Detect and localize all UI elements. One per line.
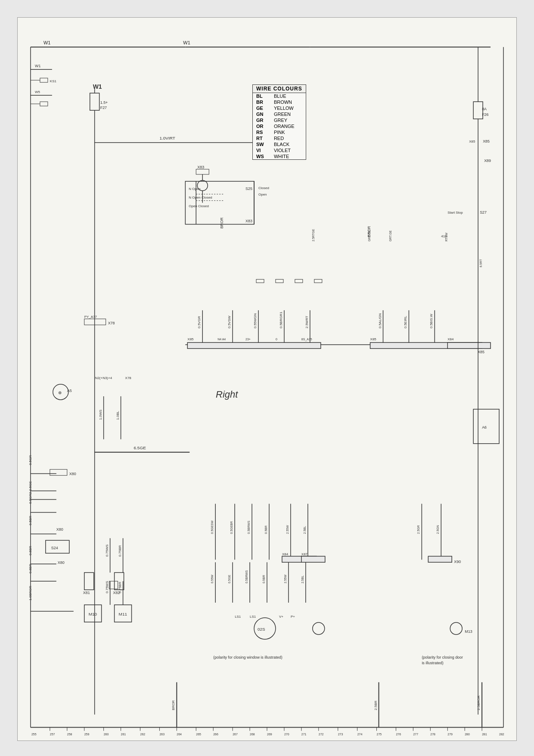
x86-small xyxy=(256,279,264,283)
svg-text:X80: X80 xyxy=(58,560,65,565)
w1-label-center: W1 xyxy=(183,40,190,45)
svg-text:274: 274 xyxy=(357,733,363,736)
wire-colours-legend: WIRE COLOURS BLBLUE BRBROWN GEYELLOW GNG… xyxy=(252,84,306,160)
svg-rect-147 xyxy=(276,279,283,283)
x85-right-label: X85 xyxy=(483,139,490,143)
wire-05ge-lower: 0.5GE xyxy=(228,575,231,583)
wire-05bisw: 0.5BIS.W xyxy=(429,314,433,328)
wire-075br2: 0.75BR xyxy=(118,582,122,593)
w1-component-label: W1 xyxy=(93,83,102,90)
svg-text:276: 276 xyxy=(396,733,401,736)
w1-label-left: W1 xyxy=(43,40,50,45)
svg-text:258: 258 xyxy=(67,733,72,736)
wiring-diagram-page: WIRE COLOURS BLBLUE BRBROWN GEYELLOW GNG… xyxy=(17,17,517,741)
svg-text:264: 264 xyxy=(177,733,182,736)
x84-bar xyxy=(447,342,491,348)
x83-label-top: X83 xyxy=(197,165,204,169)
wire-075ws: 0.75WS xyxy=(105,544,109,557)
bror-label-left: BROR xyxy=(220,217,224,228)
svg-text:Open: Open xyxy=(258,193,267,196)
wire-055wgn: 0.55WGN xyxy=(253,313,257,328)
x90-connector xyxy=(428,556,452,562)
wire-05brgr1: 0.5BRGR1 xyxy=(279,311,283,328)
wire-05algn: 0.5AL/GN xyxy=(378,313,382,328)
svg-text:P+: P+ xyxy=(291,615,295,619)
svg-text:X85: X85 xyxy=(469,140,475,143)
svg-text:281: 281 xyxy=(482,733,487,736)
wire-05br: 0.5BR xyxy=(28,516,32,525)
s27-label: S27 xyxy=(480,210,487,215)
svg-text:265: 265 xyxy=(196,733,201,736)
wire-255w-lower: 2.55W xyxy=(284,575,287,584)
x80-connector xyxy=(50,470,67,476)
wire-05eirl: 0.5EIRL xyxy=(404,316,407,328)
x78-connector xyxy=(84,319,106,325)
a6-label: A6 xyxy=(482,425,487,429)
s24-label: S24 xyxy=(51,546,58,550)
svg-text:270: 270 xyxy=(284,733,289,736)
right-section-label: Right xyxy=(216,389,238,400)
x89-label: X89 xyxy=(484,159,491,163)
wire-05gr-left: 0.5GR xyxy=(28,455,32,465)
svg-text:X85: X85 xyxy=(478,350,484,354)
svg-text:261: 261 xyxy=(121,733,126,736)
svg-rect-148 xyxy=(295,279,303,283)
x80-label: X80 xyxy=(69,472,76,476)
motor-symbol-right xyxy=(313,622,325,635)
m13-label: M13 xyxy=(465,629,472,634)
wire-06br2: 0.6BR xyxy=(28,564,32,573)
svg-text:X84: X84 xyxy=(282,552,289,556)
fuse-f27-label: 1.5+ xyxy=(100,100,108,105)
svg-text:277: 277 xyxy=(413,733,418,736)
fuse-f26-symbol xyxy=(473,102,483,119)
wire-055w-lower: 0.55W xyxy=(211,575,214,584)
svg-text:Closed: Closed xyxy=(258,186,269,190)
svg-text:266: 266 xyxy=(213,733,218,736)
svg-text:273: 273 xyxy=(338,733,343,736)
a5-label: A5 xyxy=(67,389,72,393)
svg-text:267: 267 xyxy=(233,733,238,736)
wire-05gesw: 0.5GESW xyxy=(211,520,214,534)
svg-text:PY_A77: PY_A77 xyxy=(84,315,97,319)
svg-text:262: 262 xyxy=(140,733,146,736)
svg-rect-17 xyxy=(40,102,48,106)
wire-05brws-lower: 0.5BRWS xyxy=(245,570,248,583)
svg-text:X80: X80 xyxy=(56,527,63,532)
svg-text:F27: F27 xyxy=(100,106,107,110)
wire-05br-right: 0.5BR xyxy=(264,526,267,534)
m13-symbol xyxy=(450,622,462,635)
svg-text:X85: X85 xyxy=(370,337,377,341)
svg-text:F26: F26 xyxy=(482,112,488,117)
wire-255w: 2.55W xyxy=(286,525,289,534)
wire-colours-title: WIRE COLOURS xyxy=(253,85,306,93)
x78-label: X78 xyxy=(108,321,115,325)
x84-label: X84 xyxy=(447,337,454,341)
ks1-connector xyxy=(40,78,48,82)
svg-text:Start  Stop: Start Stop xyxy=(447,211,463,215)
svg-text:263: 263 xyxy=(159,733,165,736)
svg-text:260: 260 xyxy=(104,733,109,736)
m11-label: M11 xyxy=(119,612,127,616)
wire-25br-right: 2.5BR xyxy=(374,700,378,710)
wire-05vsw: 0.5VSW xyxy=(227,315,231,328)
svg-text:8S_A15: 8S_A15 xyxy=(301,338,312,341)
svg-text:Open    Closed: Open Closed xyxy=(189,204,209,208)
wire-25wrt: 2.5WRT xyxy=(305,316,309,328)
wire-right-1: 6.5RT xyxy=(479,259,482,268)
svg-text:W5: W5 xyxy=(35,90,40,94)
svg-text:X78: X78 xyxy=(125,376,132,380)
svg-text:N   Open: N Open xyxy=(189,187,200,191)
wire-05vgr: 0.5VGR xyxy=(197,316,201,329)
wire-10bl: 1.0BL xyxy=(116,411,120,420)
x83-connector-top xyxy=(196,169,209,174)
wire-05gebr: 0.5GEBR xyxy=(230,521,233,534)
svg-text:N   Open   Closed: N Open Closed xyxy=(189,196,212,199)
wire-05br-lower2: 0.5BR xyxy=(262,575,265,583)
svg-text:V+: V+ xyxy=(279,615,283,619)
wire-05gr2: 0.5GR2 xyxy=(28,492,32,504)
wire-rtsw: RTSW xyxy=(445,233,448,242)
svg-text:LS1: LS1 xyxy=(250,615,256,619)
x90-label: X90 xyxy=(454,560,461,564)
wire-25gn: 2.5GN xyxy=(436,525,439,534)
svg-text:268: 268 xyxy=(250,733,255,736)
